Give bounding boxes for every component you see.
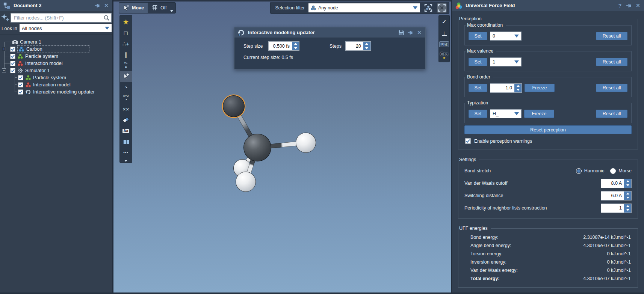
freeze-button[interactable]: Freeze: [525, 84, 555, 92]
radio-harmonic[interactable]: Harmonic: [576, 168, 605, 174]
bond-order-spinbox[interactable]: 1.0: [490, 83, 522, 93]
presets-star-tool[interactable]: ★: [120, 17, 132, 27]
spin-down-icon[interactable]: [624, 183, 631, 188]
import-structure-button[interactable]: ↓: [439, 28, 449, 38]
tree-node-label: Interactive modeling updater: [33, 89, 95, 95]
max-valence-dropdown[interactable]: 1: [490, 57, 522, 66]
selection-filter-toolbar: Selection filter Any node: [270, 2, 449, 14]
typization-dropdown[interactable]: H_: [490, 109, 522, 118]
vdw-cutoff-spinbox[interactable]: 8.0 A: [601, 179, 632, 188]
spin-down-icon[interactable]: [514, 88, 522, 92]
pin-icon[interactable]: [407, 30, 413, 36]
spin-up-icon[interactable]: [363, 42, 370, 46]
text-label-tool[interactable]: Aa: [120, 125, 132, 136]
max-coordination-dropdown[interactable]: 0: [490, 32, 522, 41]
spin-up-icon[interactable]: [624, 204, 631, 208]
help-icon[interactable]: ?: [617, 3, 623, 9]
move-tool-active[interactable]: [120, 71, 132, 82]
viewport-3d[interactable]: Move Off Selection filter Any node: [113, 0, 451, 292]
periodicity-spinbox[interactable]: 1: [601, 204, 632, 213]
radio-morse[interactable]: Morse: [610, 168, 632, 174]
twister-tool[interactable]: ××: [120, 104, 132, 115]
tree-node-sim-interaction-model[interactable]: Interaction model: [0, 81, 112, 88]
selection-filter-dropdown[interactable]: Any node: [308, 3, 420, 12]
bond-tool[interactable]: ∥: [120, 49, 132, 60]
expand-icon[interactable]: +: [2, 47, 6, 51]
set-button[interactable]: Set: [469, 110, 487, 118]
freeze-button[interactable]: Freeze: [524, 110, 554, 118]
tree-node-particle-system[interactable]: Particle system: [0, 53, 112, 60]
reset-all-button[interactable]: Reset all: [596, 110, 627, 118]
atom-carbon-central[interactable]: [243, 134, 271, 161]
reset-perception-button[interactable]: Reset perception: [464, 125, 632, 134]
rectangle-select-tool[interactable]: ◻: [120, 27, 132, 38]
steps-spinbox[interactable]: 20: [345, 41, 371, 51]
spin-down-icon[interactable]: [624, 196, 631, 200]
tree-node-sim-particle-system[interactable]: Particle system: [0, 74, 112, 81]
collapse-icon[interactable]: −: [2, 68, 6, 72]
chevron-down-icon[interactable]: [124, 160, 127, 162]
tree-node-interaction-model[interactable]: Interaction model: [0, 60, 112, 67]
pin-icon[interactable]: [626, 3, 632, 9]
sparkle-icon[interactable]: [1, 13, 10, 23]
xyz-gauge-tool[interactable]: XYZ◔: [120, 93, 132, 104]
step-size-spinbox[interactable]: 0.500 fs: [268, 41, 299, 51]
add-atoms-tool[interactable]: ∴+: [120, 38, 132, 49]
tree-node-simulator[interactable]: − Simulator 1: [0, 67, 112, 74]
updater-panel-header[interactable]: Interactive modeling updater ×: [234, 27, 425, 38]
spin-up-icon[interactable]: [624, 179, 631, 184]
spin-down-icon[interactable]: [363, 46, 370, 51]
particle-system-icon: [25, 75, 31, 81]
filter-nodes-input[interactable]: [11, 13, 112, 23]
radio-unselected-icon[interactable]: [610, 168, 616, 174]
spin-up-icon[interactable]: [514, 84, 522, 88]
checkbox-checked[interactable]: [18, 89, 23, 95]
move-mode-button[interactable]: Move: [119, 3, 148, 13]
atom-carbon-selected[interactable]: [223, 95, 245, 117]
set-button[interactable]: Set: [469, 32, 487, 40]
atom-hydrogen-right[interactable]: [296, 133, 316, 153]
reset-all-button[interactable]: Reset all: [596, 84, 627, 92]
checkbox-checked[interactable]: [10, 61, 15, 66]
enable-warnings-checkbox[interactable]: [465, 138, 471, 144]
tree-node-camera[interactable]: Camera 1: [0, 38, 112, 45]
tree-node-updater[interactable]: Interactive modeling updater: [0, 88, 112, 95]
ruler-tool[interactable]: [120, 136, 132, 147]
reset-all-button[interactable]: Reset all: [596, 58, 627, 66]
set-button[interactable]: Set: [469, 58, 487, 66]
select-filtered-nodes-button[interactable]: [423, 3, 433, 13]
gromacs-wizard-button[interactable]: Gro ★: [439, 51, 449, 60]
pin-icon[interactable]: [94, 3, 100, 9]
spin-up-icon[interactable]: [624, 191, 631, 196]
reset-all-button[interactable]: Reset all: [596, 32, 627, 40]
eraser-tool[interactable]: [120, 115, 132, 125]
set-button[interactable]: Set: [469, 84, 487, 92]
grid-snap-button[interactable]: Off: [148, 3, 170, 13]
ipython-console-button[interactable]: IP[y]:: [439, 39, 449, 49]
save-icon[interactable]: [398, 30, 404, 36]
rotate-gauge-tool[interactable]: ◔: [120, 82, 132, 93]
checkbox-checked[interactable]: [10, 54, 15, 59]
current-step-size-text: Current step size: 0.5 fs: [243, 55, 425, 60]
radio-selected-icon[interactable]: [576, 168, 582, 174]
checkbox-checked[interactable]: [18, 75, 23, 80]
check-structure-button[interactable]: ✓: [439, 17, 449, 27]
chevron-down-icon[interactable]: [170, 10, 173, 12]
look-in-dropdown[interactable]: All nodes: [20, 24, 112, 32]
checkbox-checked[interactable]: [10, 68, 15, 73]
checkbox-checked[interactable]: [10, 47, 15, 52]
close-icon[interactable]: ×: [103, 3, 109, 9]
spin-down-icon[interactable]: [292, 46, 299, 51]
spin-down-icon[interactable]: [624, 208, 631, 213]
close-icon[interactable]: ×: [416, 30, 422, 36]
deselect-nodes-button[interactable]: [437, 3, 447, 13]
checkbox-checked[interactable]: [18, 82, 23, 87]
charge-tool[interactable]: 2+●: [120, 60, 132, 71]
atom-hydrogen-front[interactable]: [236, 172, 256, 192]
close-icon[interactable]: ×: [635, 3, 641, 9]
spin-up-icon[interactable]: [292, 42, 299, 46]
tree-node-carbon[interactable]: + Carbon: [0, 45, 112, 53]
search-icon[interactable]: [103, 15, 110, 22]
more-tools-button[interactable]: •••: [120, 147, 132, 158]
switching-distance-spinbox[interactable]: 6.0 A: [601, 191, 632, 201]
